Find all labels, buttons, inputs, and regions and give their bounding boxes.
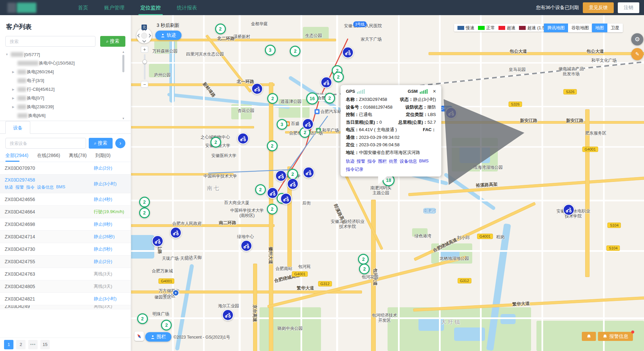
device-row[interactable]: ZX03D4249离线(3天) — [0, 305, 131, 309]
vehicle-cluster-marker[interactable]: 2 — [210, 137, 221, 148]
popup-link-街景[interactable]: 街景 — [389, 158, 398, 164]
scooter-marker[interactable] — [302, 118, 314, 130]
expand-icon[interactable]: ▼ — [5, 53, 11, 56]
filter-全部(2944)[interactable]: 全部(2944) — [5, 153, 28, 162]
zoom-in-button[interactable]: + — [141, 46, 148, 53]
tree-node[interactable]: ▶换电[260/264] — [5, 68, 125, 76]
vehicle-cluster-marker[interactable]: 2 — [358, 254, 369, 265]
filter-离线(78)[interactable]: 离线(78) — [69, 153, 87, 162]
vehicle-cluster-marker[interactable]: 3 — [277, 119, 287, 130]
tree-node[interactable]: ▶换电[0/7] — [5, 94, 125, 103]
popup-link-BMS[interactable]: BMS — [419, 158, 429, 164]
maptype-卫星[interactable]: 卫星 — [607, 24, 623, 32]
vehicle-cluster-marker[interactable]: 2 — [161, 320, 172, 330]
page-button-•••[interactable]: ••• — [28, 340, 38, 349]
provider-谷歌地图[interactable]: 谷歌地图 — [568, 24, 592, 32]
scooter-marker[interactable] — [251, 83, 263, 94]
vehicle-cluster-marker[interactable]: 2 — [290, 46, 300, 56]
filter-在线(2866)[interactable]: 在线(2866) — [37, 153, 60, 162]
zoom-out-button[interactable]: − — [141, 81, 148, 88]
scooter-marker[interactable] — [287, 178, 298, 190]
scooter-marker[interactable] — [267, 187, 278, 199]
device-search-button[interactable]: ⌕搜索 — [89, 138, 113, 149]
expand-icon[interactable]: ▶ — [12, 70, 17, 74]
map-pan-control[interactable] — [136, 28, 152, 43]
device-search-input[interactable] — [5, 138, 86, 149]
popup-link-指令[interactable]: 指令 — [367, 158, 376, 164]
tree-node[interactable]: ▼[0/5777] — [5, 50, 125, 59]
page-button-15[interactable]: 15 — [40, 340, 50, 349]
popup-link-轨迹[interactable]: 轨迹 — [346, 158, 355, 164]
device-row[interactable]: ZX03D424698静止(8秒) — [0, 218, 131, 231]
device-row[interactable]: ZX03D424664行驶(19.9Km/h) — [0, 206, 131, 218]
scooter-marker[interactable] — [303, 167, 314, 178]
vehicle-cluster-marker[interactable]: 3 — [265, 45, 276, 55]
vehicle-cluster-marker[interactable]: 2 — [333, 72, 344, 82]
scooter-marker[interactable] — [563, 204, 574, 216]
logout-button[interactable]: 注销 — [618, 2, 639, 13]
scooter-marker[interactable] — [275, 170, 287, 182]
expand-arrow-button[interactable]: › — [115, 138, 125, 148]
vehicle-cluster-marker[interactable]: 2 — [324, 93, 335, 104]
close-icon[interactable]: × — [433, 89, 436, 93]
pan-right-icon[interactable] — [147, 34, 151, 37]
maptype-地图[interactable]: 地图 — [592, 24, 607, 32]
tree-node[interactable]: 0/0] — [5, 120, 125, 121]
tree-scrollbar[interactable]: ▲ ▼ — [121, 50, 125, 121]
scooter-marker[interactable] — [445, 107, 457, 119]
zoom-slider-track[interactable] — [144, 54, 146, 80]
tree-node[interactable]: 电子[3/3] — [5, 76, 125, 85]
pan-down-icon[interactable] — [142, 39, 146, 42]
customer-search-button[interactable]: ⌕搜索 — [100, 36, 125, 47]
pan-left-icon[interactable] — [137, 34, 141, 37]
vehicle-cluster-marker[interactable]: 2 — [267, 93, 278, 104]
provider-腾讯地图[interactable]: 腾讯地图 — [544, 24, 568, 32]
device-row[interactable]: ZX03D424730静止(5秒) — [0, 243, 131, 256]
vehicle-cluster-marker[interactable]: 2 — [255, 184, 266, 195]
popup-link-设备信息[interactable]: 设备信息 — [400, 158, 417, 164]
nav-item-账户管理[interactable]: 账户管理 — [96, 0, 132, 15]
filter-到期(0)[interactable]: 到期(0) — [95, 153, 111, 162]
settings-button[interactable]: ⚙ — [631, 33, 643, 45]
device-action-link[interactable]: 轨迹 — [5, 185, 13, 190]
pan-center[interactable] — [141, 33, 147, 39]
zoom-slider-handle[interactable] — [143, 60, 147, 64]
device-row[interactable]: ZX03D424714静止(26秒) — [0, 231, 131, 243]
popup-link-围栏[interactable]: 围栏 — [378, 158, 387, 164]
scooter-marker[interactable] — [222, 309, 234, 321]
expand-icon[interactable]: ▶ — [12, 88, 17, 91]
scooter-marker[interactable] — [152, 235, 163, 247]
vehicle-cluster-marker[interactable]: 2 — [215, 24, 226, 34]
tab-devices[interactable]: 设备 — [5, 121, 30, 134]
scooter-marker[interactable] — [321, 77, 332, 88]
popup-link-报警[interactable]: 报警 — [357, 158, 365, 164]
scooter-marker[interactable] — [342, 47, 354, 58]
nav-item-统计报表[interactable]: 统计报表 — [169, 0, 205, 15]
vehicle-cluster-marker[interactable]: 2 — [267, 141, 278, 151]
device-row[interactable]: ZX03D424755静止(2分) — [0, 256, 131, 268]
vehicle-cluster-marker[interactable]: 2 — [139, 197, 150, 207]
track-button[interactable]: 轨迹 — [155, 31, 182, 40]
device-row[interactable]: ZX03D070970静止(2分) — [0, 162, 131, 174]
device-row[interactable]: ZX03D424805离线(3天) — [0, 280, 131, 293]
tree-node[interactable]: ▶换电[238/239] — [5, 103, 125, 111]
tree-node[interactable]: 换电[6/6] — [5, 111, 125, 120]
scrollbar-thumb[interactable] — [122, 55, 124, 72]
device-action-link[interactable]: 设备信息 — [37, 185, 54, 190]
device-row[interactable]: ZX03D424821静止(3小时) — [0, 293, 131, 305]
device-row[interactable]: ZX03D424763离线(3天) — [0, 268, 131, 280]
vehicle-cluster-marker[interactable]: 2 — [267, 204, 278, 214]
device-action-link[interactable]: 指令 — [26, 185, 35, 190]
vehicle-cluster-marker[interactable]: 2 — [359, 264, 370, 274]
feedback-button[interactable]: 意见反馈 — [583, 2, 614, 13]
scooter-marker[interactable] — [170, 227, 182, 238]
scooter-marker[interactable] — [280, 193, 292, 204]
nav-item-定位监控[interactable]: 定位监控 — [132, 0, 169, 15]
page-button-1[interactable]: 1 — [4, 340, 13, 349]
nav-item-首页[interactable]: 首页 — [70, 0, 96, 15]
fence-button[interactable]: 围栏 — [145, 332, 171, 342]
customer-search-input[interactable] — [5, 36, 95, 47]
device-row[interactable]: ZX03D297458轨迹报警指令设备信息BMS静止(3小时) — [0, 174, 131, 193]
scooter-marker[interactable] — [241, 240, 252, 251]
tree-node[interactable]: ▶行-CB[45/612] — [5, 85, 125, 94]
